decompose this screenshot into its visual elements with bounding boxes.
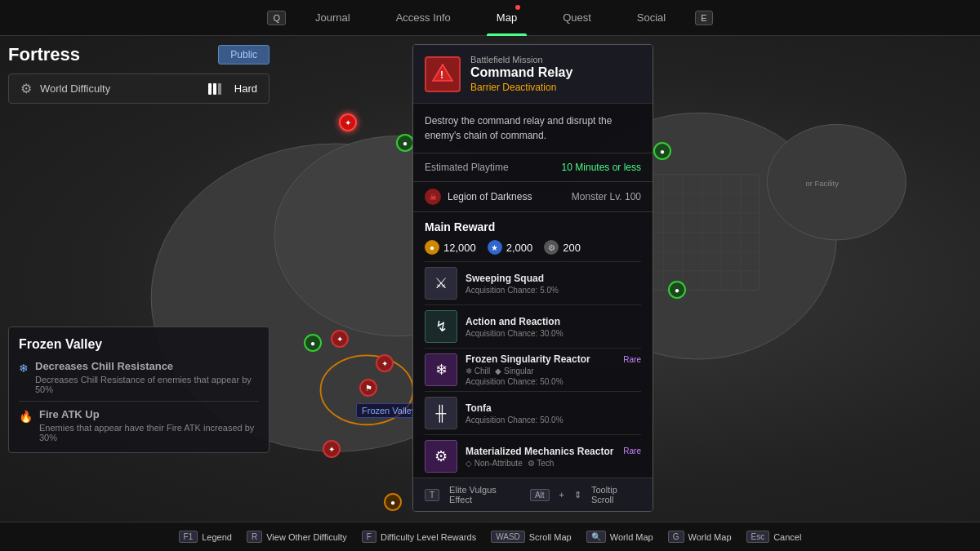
blue-amount: 2,000: [506, 242, 533, 254]
effect-1-name: Decreases Chill Resistance: [35, 360, 259, 372]
enemy-name: Legion of Darkness: [448, 191, 532, 202]
tab-social[interactable]: Social: [614, 0, 688, 36]
mission-enemy: ☠ Legion of Darkness Monster Lv. 100: [413, 182, 653, 212]
mission-footer: T Elite Vulgus Effect Alt + ⇕ Tooltip Sc…: [413, 478, 653, 511]
blue-icon: ★: [488, 240, 502, 255]
key-g: G: [668, 531, 684, 543]
svg-text:!: !: [440, 69, 443, 81]
footer-key-alt: Alt: [530, 489, 550, 501]
reward-item-1: ⚔ Sweeping Squad Acquisition Chance: 5.0…: [425, 261, 641, 304]
item-info-1: Sweeping Squad Acquisition Chance: 5.0%: [466, 273, 641, 295]
reward-section: Main Reward ● 12,000 ★ 2,000 ⚙ 200 ⚔ Swe…: [413, 212, 653, 478]
bottom-cancel[interactable]: Esc Cancel: [746, 531, 802, 543]
difficulty-bars: [208, 83, 221, 95]
svg-text:or Facility: or Facility: [806, 179, 840, 188]
mission-description: Destroy the command relay and disrupt th…: [413, 104, 653, 153]
gear-amount: 200: [563, 242, 581, 254]
effect-2-info: Fire ATK Up Enemies that appear have the…: [39, 408, 259, 442]
fire-icon: 🔥: [19, 410, 33, 423]
tag-nonattr: ◇ Non-Attribute: [466, 459, 523, 468]
difficulty-value: Hard: [234, 82, 257, 95]
enemy-left: ☠ Legion of Darkness: [425, 189, 532, 205]
chill-icon: ❄: [19, 362, 29, 375]
other-diff-label: View Other Difficulty: [266, 532, 347, 542]
diff-bar-1: [208, 83, 212, 95]
reward-item-3: ❄ Frozen Singularity Reactor Rare ❄ Chil…: [425, 348, 641, 391]
marker-red-3[interactable]: ⚑: [359, 379, 377, 397]
reward-item-4: ╫ Tonfa Acquisition Chance: 50.0%: [425, 391, 641, 434]
effect-1-info: Decreases Chill Resistance Decreases Chi…: [35, 360, 259, 394]
region-effect-2: 🔥 Fire ATK Up Enemies that appear have t…: [19, 408, 259, 442]
playtime-label: Estimated Playtime: [425, 162, 509, 173]
fortress-header: Fortress Public: [8, 44, 270, 65]
mission-header: ! Battlefield Mission Command Relay Barr…: [413, 45, 653, 104]
marker-green-2[interactable]: ●: [304, 334, 322, 352]
marker-red-2[interactable]: ✦: [376, 354, 394, 372]
footer-label-1: Elite Vulgus Effect: [449, 485, 520, 504]
key-esc: Esc: [746, 531, 770, 543]
effect-2-name: Fire ATK Up: [39, 408, 259, 420]
nav-dot: [515, 5, 520, 10]
item-tags-5: ◇ Non-Attribute ⚙ Tech: [466, 459, 641, 468]
reward-item-5: ⚙ Materialized Mechanics Reactor Rare ◇ …: [425, 434, 641, 478]
item-name-row-1: Sweeping Squad: [466, 273, 641, 284]
tab-quest[interactable]: Quest: [540, 0, 614, 36]
gold-amount: 12,000: [443, 242, 476, 254]
enemy-level: Monster Lv. 100: [572, 191, 641, 202]
item-info-2: Action and Reaction Acquisition Chance: …: [466, 316, 641, 338]
mission-popup: ! Battlefield Mission Command Relay Barr…: [412, 44, 653, 512]
fortress-title: Fortress: [8, 44, 80, 65]
gold-icon: ●: [425, 240, 439, 255]
zoom-label: World Map: [610, 532, 653, 542]
item-info-3: Frozen Singularity Reactor Rare ❄ Chill …: [466, 353, 641, 386]
marker-red-4[interactable]: ✦: [323, 440, 341, 458]
footer-label-2: Tooltip Scroll: [591, 485, 641, 504]
item-img-5: ⚙: [425, 440, 457, 473]
left-panel: Fortress Public ⚙ World Difficulty Hard: [8, 44, 270, 117]
marker-green-3[interactable]: ●: [653, 142, 671, 160]
mission-subtype: Barrier Deactivation: [470, 82, 572, 93]
marker-green-4[interactable]: ●: [668, 281, 686, 299]
bottom-diff-rewards[interactable]: F Difficulty Level Rewards: [362, 531, 476, 543]
bottom-world-map[interactable]: G World Map: [668, 531, 732, 543]
tab-journal[interactable]: Journal: [292, 0, 373, 36]
region-title: Frozen Valley: [19, 337, 259, 352]
key-e: E: [695, 11, 712, 25]
public-badge: Public: [218, 45, 270, 64]
key-f1: F1: [179, 531, 198, 543]
item-name-4: Tonfa: [466, 402, 492, 414]
item-img-2: ↯: [425, 310, 457, 343]
mission-type: Battlefield Mission: [470, 55, 572, 64]
item-name-5: Materialized Mechanics Reactor: [466, 446, 613, 457]
top-navigation: Q Journal Access Info Map Quest Social E: [0, 0, 980, 36]
nav-items: Q Journal Access Info Map Quest Social E: [261, 0, 719, 36]
marker-orange-1[interactable]: ●: [384, 493, 402, 511]
item-name-row-2: Action and Reaction: [466, 316, 641, 327]
key-zoom: 🔍: [586, 531, 606, 543]
bottom-scroll-map: WASD Scroll Map: [491, 531, 572, 543]
tab-map[interactable]: Map: [474, 0, 540, 36]
scroll-icon: ⇕: [574, 490, 581, 500]
legend-label: Legend: [202, 532, 232, 542]
marker-green-1[interactable]: ●: [396, 134, 414, 152]
difficulty-label: World Difficulty: [40, 82, 200, 95]
item-chance-3: Acquisition Chance: 50.0%: [466, 377, 641, 386]
item-name-1: Sweeping Squad: [466, 273, 544, 284]
tab-access-info[interactable]: Access Info: [373, 0, 474, 36]
tag-tech: ⚙ Tech: [528, 459, 555, 468]
mission-name: Command Relay: [470, 64, 572, 80]
reward-title: Main Reward: [425, 220, 641, 233]
item-name-row-3: Frozen Singularity Reactor Rare: [466, 353, 641, 365]
bottom-bar: F1 Legend R View Other Difficulty F Diff…: [0, 522, 980, 551]
item-tags-3: ❄ Chill ◆ Singular: [466, 367, 641, 375]
enemy-icon: ☠: [425, 189, 441, 205]
tag-chill: ❄ Chill: [466, 367, 490, 375]
item-name-2: Action and Reaction: [466, 316, 560, 327]
marker-red-1[interactable]: ✦: [331, 330, 349, 348]
key-wasd: WASD: [491, 531, 525, 543]
bottom-other-difficulty[interactable]: R View Other Difficulty: [247, 531, 347, 543]
item-chance-4: Acquisition Chance: 50.0%: [466, 415, 641, 424]
marker-active[interactable]: ✦: [339, 113, 357, 131]
diff-bar-3: [218, 83, 221, 95]
bottom-legend[interactable]: F1 Legend: [179, 531, 232, 543]
